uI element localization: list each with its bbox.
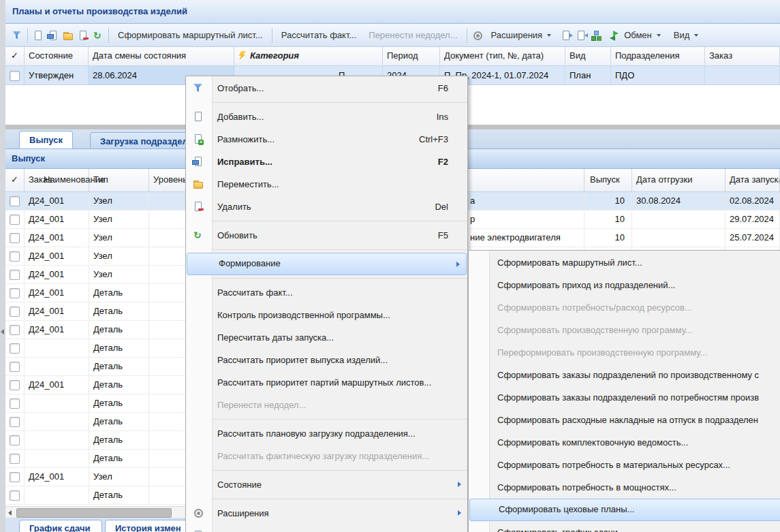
extensions-gear-icon[interactable]: [472, 30, 483, 41]
menu-item-priority-products[interactable]: Рассчитать приоритет выпуска изделий...: [186, 349, 467, 371]
refresh-icon[interactable]: [93, 30, 104, 41]
column-period[interactable]: Период: [383, 47, 440, 65]
row-checkbox-cell: [5, 486, 25, 504]
add-icon[interactable]: [33, 30, 44, 41]
submenu-item-incoming[interactable]: Сформировать приход из подразделений...: [469, 274, 780, 296]
ship-date-cell: [632, 210, 726, 228]
generate-route-list-button[interactable]: Сформировать маршрутный лист...: [112, 27, 269, 44]
submenu-item-material-demand[interactable]: Сформировать потребность в материальных …: [469, 454, 780, 476]
row-checkbox[interactable]: [10, 362, 20, 372]
row-checkbox[interactable]: [10, 196, 20, 206]
menu-item-extensions[interactable]: Расширения: [186, 502, 467, 525]
row-checkbox[interactable]: [10, 307, 20, 317]
row-checkbox[interactable]: [10, 71, 20, 81]
row-checkbox[interactable]: [10, 343, 20, 354]
scroll-left-icon[interactable]: [8, 510, 12, 516]
type-cell: Узел: [89, 229, 149, 247]
move-wip-button: Перенести недодел...: [362, 27, 463, 44]
type-cell: Деталь: [89, 450, 149, 467]
row-checkbox[interactable]: [10, 490, 20, 501]
menu-item-calc-fact[interactable]: Рассчитать факт...: [186, 281, 467, 304]
submenu-item-delivery-schedule[interactable]: Сформировать график сдачи...: [469, 521, 780, 532]
column-ship-date[interactable]: Дата отгрузки: [632, 169, 726, 191]
order-cell: Д24_001: [25, 192, 89, 210]
submenu-item-expense-invoices[interactable]: Сформировать расходные накладные на отпу…: [469, 409, 780, 431]
row-checkbox[interactable]: [10, 380, 20, 390]
toolbar: Сформировать маршрутный лист... Рассчита…: [5, 24, 780, 47]
column-check[interactable]: ✓: [5, 47, 25, 65]
submenu-item-reform-program: Переформировать производственную програм…: [469, 341, 780, 364]
toolbar-separator: [108, 28, 109, 43]
extensions-dropdown[interactable]: Расширения: [485, 27, 544, 44]
menu-item-duplicate[interactable]: Размножить... Ctrl+F3: [186, 128, 467, 151]
menu-item-move[interactable]: Переместить...: [186, 173, 467, 195]
submenu-item-picking-list[interactable]: Сформировать комплектовочную ведомость..…: [469, 431, 780, 454]
submenu-item-orders-by-demand[interactable]: Сформировать заказы подразделений по пот…: [469, 386, 780, 409]
row-checkbox[interactable]: [10, 251, 20, 262]
hierarchy-icon[interactable]: [591, 30, 602, 41]
column-category[interactable]: Категория: [234, 47, 383, 65]
row-checkbox-cell: [5, 302, 25, 320]
ship-date-cell: [632, 229, 726, 247]
refresh-icon: [193, 230, 204, 240]
tab-vypusk[interactable]: Выпуск: [19, 131, 73, 148]
column-order[interactable]: Заказ: [705, 47, 780, 65]
calc-fact-button[interactable]: Рассчитать факт...: [275, 27, 363, 44]
column-kind[interactable]: Вид: [565, 47, 611, 65]
menu-item-formation[interactable]: Формирование: [187, 253, 467, 275]
row-checkbox[interactable]: [10, 325, 20, 335]
scrollbar-thumb[interactable]: [16, 508, 172, 518]
menu-item-refresh[interactable]: Обновить F5: [186, 224, 467, 247]
move-icon[interactable]: [63, 30, 74, 41]
column-state-date[interactable]: Дата смены состояния: [89, 47, 234, 65]
column-departments[interactable]: Подразделения: [611, 47, 705, 65]
menu-item-edit[interactable]: Исправить... F2: [186, 151, 467, 173]
column-launch-date[interactable]: Дата запуска: [726, 169, 780, 191]
order-cell: Д24_001: [25, 210, 89, 228]
column-qty[interactable]: Выпуск: [584, 169, 632, 191]
edit-icon[interactable]: [48, 30, 59, 41]
menu-item-actual-load: Рассчитать фактическую загрузку подразде…: [186, 445, 467, 467]
row-checkbox[interactable]: [10, 215, 20, 225]
toolbar-separator: [467, 28, 467, 43]
column-state[interactable]: Состояние: [25, 47, 89, 65]
row-checkbox[interactable]: [10, 417, 20, 427]
kind-cell: План: [565, 66, 611, 84]
export-doc-icon[interactable]: [561, 30, 572, 41]
menu-item-add[interactable]: Добавить... Ins: [186, 106, 467, 128]
exchange-dropdown[interactable]: Обмен: [622, 27, 653, 44]
row-checkbox[interactable]: [10, 472, 20, 482]
row-checkbox[interactable]: [10, 398, 20, 409]
menu-item-links[interactable]: Связи: [186, 525, 467, 532]
submenu-item-capacity-demand[interactable]: Сформировать потребность в мощностях...: [469, 476, 780, 499]
submenu-item-route-list[interactable]: Сформировать маршрутный лист...: [469, 251, 780, 274]
column-check[interactable]: ✓: [5, 169, 25, 191]
row-checkbox[interactable]: [10, 288, 20, 298]
delete-icon[interactable]: [78, 30, 89, 41]
column-document[interactable]: Документ (тип, №, дата): [440, 47, 565, 65]
menu-item-state[interactable]: Состояние: [186, 473, 467, 496]
type-cell: Деталь: [89, 358, 149, 375]
order-cell: Д24_001: [25, 247, 89, 265]
menu-item-priority-batches[interactable]: Рассчитать приоритет партий маршрутных л…: [186, 371, 467, 394]
view-dropdown[interactable]: Вид: [668, 27, 691, 44]
row-checkbox-cell: [5, 284, 25, 302]
type-cell: Деталь: [89, 486, 149, 504]
tab-schedule[interactable]: График сдачи: [19, 520, 102, 532]
row-checkbox[interactable]: [10, 435, 20, 445]
type-cell: Деталь: [89, 394, 149, 412]
menu-item-filter[interactable]: Отобрать... F6: [186, 77, 467, 99]
row-checkbox[interactable]: [10, 270, 20, 280]
menu-item-recalc-launch-dates[interactable]: Пересчитать даты запуска...: [186, 326, 467, 349]
menu-item-planned-load[interactable]: Рассчитать плановую загрузку подразделен…: [186, 422, 467, 445]
menu-item-program-control[interactable]: Контроль производственной программы...: [186, 304, 467, 326]
row-checkbox-cell: [5, 376, 25, 394]
filter-icon[interactable]: [12, 30, 22, 41]
row-checkbox[interactable]: [10, 454, 20, 464]
submenu-item-shop-plans[interactable]: Сформировать цеховые планы...: [469, 499, 780, 521]
import-doc-icon[interactable]: [576, 30, 587, 41]
row-checkbox[interactable]: [10, 233, 20, 243]
submenu-item-orders-by-structure[interactable]: Сформировать заказы подразделений по про…: [469, 364, 780, 386]
exchange-icon[interactable]: [609, 30, 620, 41]
menu-item-delete[interactable]: Удалить Del: [186, 195, 467, 218]
